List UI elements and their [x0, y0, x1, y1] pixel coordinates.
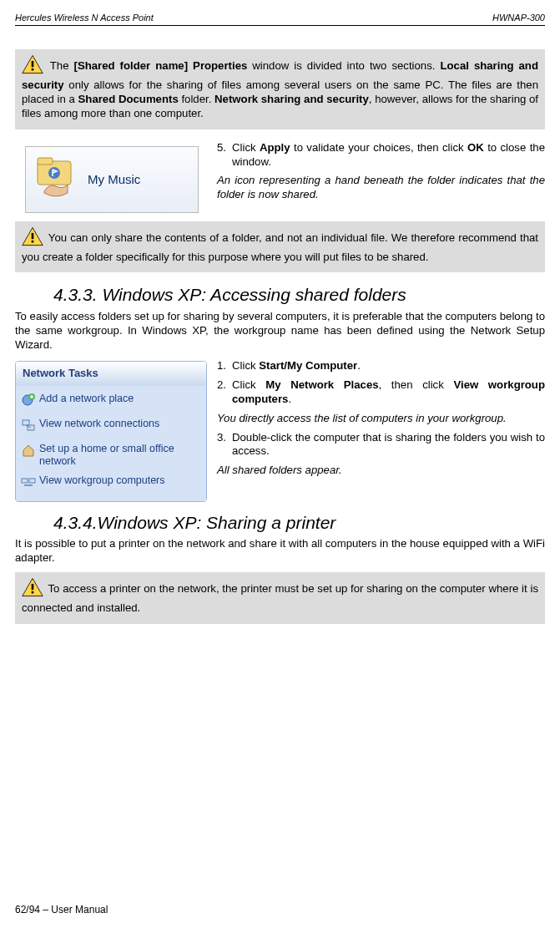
warning-icon: [22, 577, 43, 601]
step5-note: An icon representing a hand beneath the …: [217, 174, 545, 202]
svg-rect-11: [23, 420, 29, 425]
note-box-printer: To access a printer on the network, the …: [15, 572, 545, 624]
home-network-icon: [21, 443, 39, 461]
box1-text: The [Shared folder name] Properties wind…: [22, 59, 538, 119]
note-box-properties: The [Shared folder name] Properties wind…: [15, 49, 545, 129]
nettasks-item-add[interactable]: Add a network place: [21, 393, 201, 411]
section-434-title: 4.3.4.Windows XP: Sharing a printer: [53, 512, 545, 535]
network-tasks-title: Network Tasks: [16, 362, 206, 386]
note-shared-appear: All shared folders appear.: [217, 464, 545, 478]
svg-rect-18: [32, 584, 34, 590]
svg-rect-15: [29, 479, 35, 483]
note-workgroup-list: You directly access the list of computer…: [217, 412, 545, 426]
step5-row: My Music 5. Click Apply to validate your…: [15, 141, 545, 213]
section-434-intro: It is possible to put a printer on the n…: [15, 537, 545, 565]
box3-text: To access a printer on the network, the …: [22, 582, 538, 614]
nettasks-item-view-conn[interactable]: View network connections: [21, 418, 201, 436]
note-box-shareonly: You can only share the contents of a fol…: [15, 221, 545, 273]
workgroup-icon: [21, 474, 39, 493]
my-music-label: My Music: [88, 171, 140, 187]
box2-text: You can only share the contents of a fol…: [22, 231, 538, 263]
header-right: HWNAP-300: [492, 12, 545, 23]
nettasks-item-setup[interactable]: Set up a home or small office network: [21, 443, 201, 468]
section-433-title: 4.3.3. Windows XP: Accessing shared fold…: [53, 284, 545, 307]
warning-icon: [22, 54, 43, 79]
svg-rect-7: [32, 233, 34, 239]
header-left: Hercules Wireless N Access Point: [15, 12, 154, 23]
warning-icon: [22, 226, 43, 251]
globe-plus-icon: [21, 393, 39, 411]
svg-rect-8: [32, 241, 34, 243]
svg-rect-1: [32, 61, 34, 67]
svg-rect-2: [32, 68, 34, 71]
page-footer: 62/94 – User Manual: [15, 904, 108, 916]
my-music-folder-image: My Music: [25, 146, 199, 213]
page-header: Hercules Wireless N Access Point HWNAP-3…: [15, 12, 545, 26]
step-5: 5. Click Apply to validate your choices,…: [217, 141, 545, 170]
folder-shared-icon: [33, 153, 79, 205]
nettasks-row: Network Tasks Add a network place View n…: [15, 359, 545, 502]
svg-rect-4: [38, 158, 53, 165]
nettasks-item-workgroup[interactable]: View workgroup computers: [21, 474, 201, 493]
svg-rect-14: [22, 479, 28, 483]
step-1: 1. Click Start/My Computer.: [217, 359, 545, 373]
step-3: 3. Double-click the computer that is sha…: [217, 431, 545, 459]
svg-rect-19: [32, 591, 34, 594]
network-connections-icon: [21, 418, 39, 436]
section-433-intro: To easily access folders set up for shar…: [15, 310, 545, 352]
network-tasks-panel: Network Tasks Add a network place View n…: [15, 361, 207, 502]
step-2: 2. Click My Network Places, then click V…: [217, 378, 545, 407]
